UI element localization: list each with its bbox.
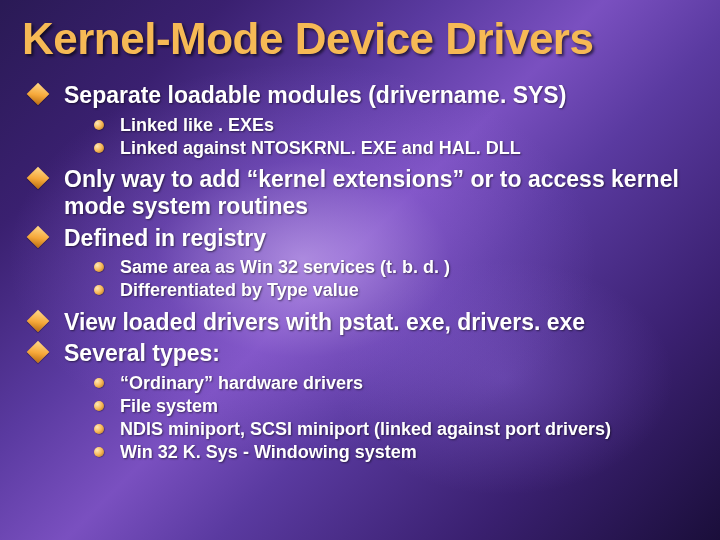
list-item-text: NDIS miniport, SCSI miniport (linked aga…	[120, 419, 611, 439]
bullet-list-level2: “Ordinary” hardware drivers File system …	[64, 372, 698, 464]
list-item-text: Separate loadable modules (drivername. S…	[64, 82, 566, 108]
list-item: File system	[94, 395, 698, 418]
list-item: “Ordinary” hardware drivers	[94, 372, 698, 395]
diamond-icon	[27, 166, 50, 189]
list-item: Linked against NTOSKRNL. EXE and HAL. DL…	[94, 137, 698, 160]
diamond-icon	[27, 83, 50, 106]
dot-icon	[94, 378, 104, 388]
diamond-icon	[27, 309, 50, 332]
list-item: Win 32 K. Sys - Windowing system	[94, 441, 698, 464]
bullet-list-level2: Linked like . EXEs Linked against NTOSKR…	[64, 114, 698, 160]
list-item-text: View loaded drivers with pstat. exe, dri…	[64, 309, 585, 335]
dot-icon	[94, 401, 104, 411]
diamond-icon	[27, 226, 50, 249]
list-item: NDIS miniport, SCSI miniport (linked aga…	[94, 418, 698, 441]
list-item-text: Win 32 K. Sys - Windowing system	[120, 442, 417, 462]
dot-icon	[94, 120, 104, 130]
list-item: Linked like . EXEs	[94, 114, 698, 137]
list-item-text: “Ordinary” hardware drivers	[120, 373, 363, 393]
list-item-text: Linked like . EXEs	[120, 115, 274, 135]
list-item-text: File system	[120, 396, 218, 416]
dot-icon	[94, 262, 104, 272]
list-item: Separate loadable modules (drivername. S…	[30, 82, 698, 160]
bullet-list-level2: Same area as Win 32 services (t. b. d. )…	[64, 256, 698, 302]
list-item-text: Linked against NTOSKRNL. EXE and HAL. DL…	[120, 138, 521, 158]
dot-icon	[94, 285, 104, 295]
bullet-list-level1: Separate loadable modules (drivername. S…	[22, 82, 698, 464]
dot-icon	[94, 424, 104, 434]
slide-title: Kernel-Mode Device Drivers	[22, 14, 698, 64]
list-item-text: Defined in registry	[64, 225, 266, 251]
list-item-text: Only way to add “kernel extensions” or t…	[64, 166, 679, 220]
list-item: Defined in registry Same area as Win 32 …	[30, 225, 698, 303]
list-item: Differentiated by Type value	[94, 279, 698, 302]
diamond-icon	[27, 341, 50, 364]
list-item: View loaded drivers with pstat. exe, dri…	[30, 309, 698, 337]
list-item-text: Same area as Win 32 services (t. b. d. )	[120, 257, 450, 277]
list-item-text: Differentiated by Type value	[120, 280, 359, 300]
list-item: Same area as Win 32 services (t. b. d. )	[94, 256, 698, 279]
dot-icon	[94, 143, 104, 153]
list-item: Only way to add “kernel extensions” or t…	[30, 166, 698, 221]
slide: Kernel-Mode Device Drivers Separate load…	[0, 0, 720, 490]
list-item-text: Several types:	[64, 340, 220, 366]
list-item: Several types: “Ordinary” hardware drive…	[30, 340, 698, 464]
dot-icon	[94, 447, 104, 457]
